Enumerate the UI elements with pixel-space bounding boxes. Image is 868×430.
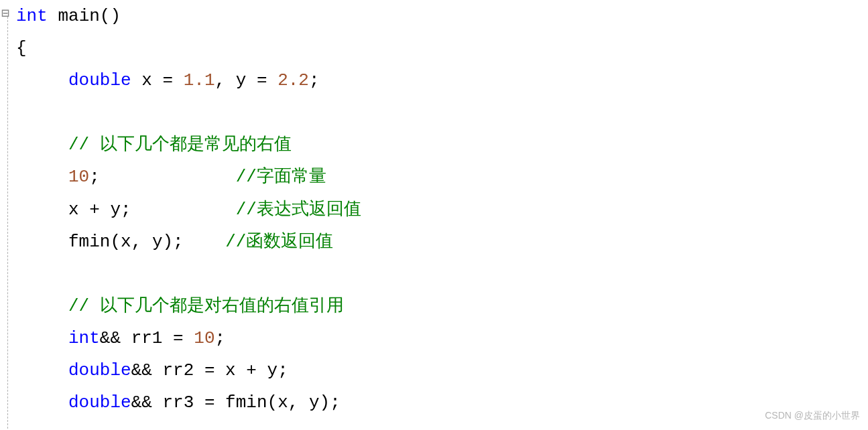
var-y: y <box>236 70 247 90</box>
comma: , <box>288 392 299 413</box>
keyword-double: double <box>68 392 131 413</box>
fold-marker-icon[interactable]: ⊟ <box>1 1 9 26</box>
code-area: int main() { double x = 1.1, y = 2.2; //… <box>13 0 868 419</box>
function-main: main <box>58 6 99 26</box>
var-x: x <box>277 392 288 413</box>
op-eq: = <box>257 70 267 90</box>
function-fmin: fmin <box>225 392 267 413</box>
keyword-int: int <box>68 328 100 348</box>
semicolon: ; <box>121 200 131 220</box>
var-rr1: rr1 <box>131 328 163 348</box>
var-y: y <box>152 232 163 252</box>
number: 10 <box>68 167 89 187</box>
code-line: { <box>16 32 868 64</box>
lparen: ( <box>110 232 121 252</box>
code-line-empty <box>16 258 868 290</box>
op-rref: && <box>131 360 152 380</box>
code-line: // 以下几个都是对右值的右值引用 <box>16 290 868 322</box>
var-x: x <box>68 200 79 220</box>
var-y: y <box>267 360 278 380</box>
number: 2.2 <box>277 70 309 90</box>
semicolon: ; <box>215 328 226 348</box>
semicolon: ; <box>173 232 184 252</box>
op-plus: + <box>89 200 100 220</box>
code-line: int&& rr1 = 10; <box>16 322 868 354</box>
op-eq: = <box>204 360 215 380</box>
code-editor: ⊟ int main() { double x = 1.1, y = 2.2; … <box>0 0 868 419</box>
var-rr3: rr3 <box>162 392 194 413</box>
var-rr2: rr2 <box>162 360 194 380</box>
code-line: fmin(x, y); //函数返回值 <box>16 226 868 258</box>
comma: , <box>215 70 226 90</box>
function-fold-line <box>7 17 8 430</box>
code-line: double&& rr3 = fmin(x, y); <box>16 386 868 419</box>
semicolon: ; <box>330 392 340 413</box>
number: 10 <box>194 328 214 348</box>
op-rref: && <box>100 328 121 348</box>
op-eq: = <box>173 328 184 348</box>
code-line: int main() <box>16 0 868 32</box>
var-x: x <box>121 232 131 252</box>
code-line-empty <box>16 96 868 129</box>
semicolon: ; <box>89 167 100 187</box>
op-eq: = <box>204 392 215 413</box>
var-y: y <box>110 200 121 220</box>
var-y: y <box>309 392 320 413</box>
code-line: 10; //字面常量 <box>16 161 868 193</box>
code-line: // 以下几个都是常见的右值 <box>16 129 868 161</box>
rparen: ) <box>162 232 173 252</box>
keyword-double: double <box>68 70 131 90</box>
comment: // 以下几个都是常见的右值 <box>68 135 292 155</box>
semicolon: ; <box>309 70 320 90</box>
comment: // 以下几个都是对右值的右值引用 <box>68 296 344 316</box>
code-line: x + y; //表达式返回值 <box>16 194 868 226</box>
code-line: double x = 1.1, y = 2.2; <box>16 64 868 96</box>
keyword-double: double <box>68 360 131 380</box>
op-rref: && <box>131 392 152 413</box>
number: 1.1 <box>184 70 215 90</box>
comment: //函数返回值 <box>225 232 333 252</box>
lparen: ( <box>267 392 278 413</box>
comment: //字面常量 <box>236 167 326 187</box>
brace-open: { <box>16 38 27 58</box>
comma: , <box>131 232 142 252</box>
keyword-int: int <box>16 6 48 26</box>
comment: //表达式返回值 <box>236 200 361 220</box>
var-x: x <box>141 70 152 90</box>
rparen: ) <box>320 392 330 413</box>
function-fmin: fmin <box>68 232 110 252</box>
watermark: CSDN @皮蛋的小世界 <box>765 407 860 425</box>
op-plus: + <box>246 360 257 380</box>
gutter: ⊟ <box>0 0 13 419</box>
var-x: x <box>225 360 236 380</box>
code-line: double&& rr2 = x + y; <box>16 354 868 386</box>
op-eq: = <box>162 70 173 90</box>
parens: () <box>100 6 121 26</box>
semicolon: ; <box>277 360 288 380</box>
